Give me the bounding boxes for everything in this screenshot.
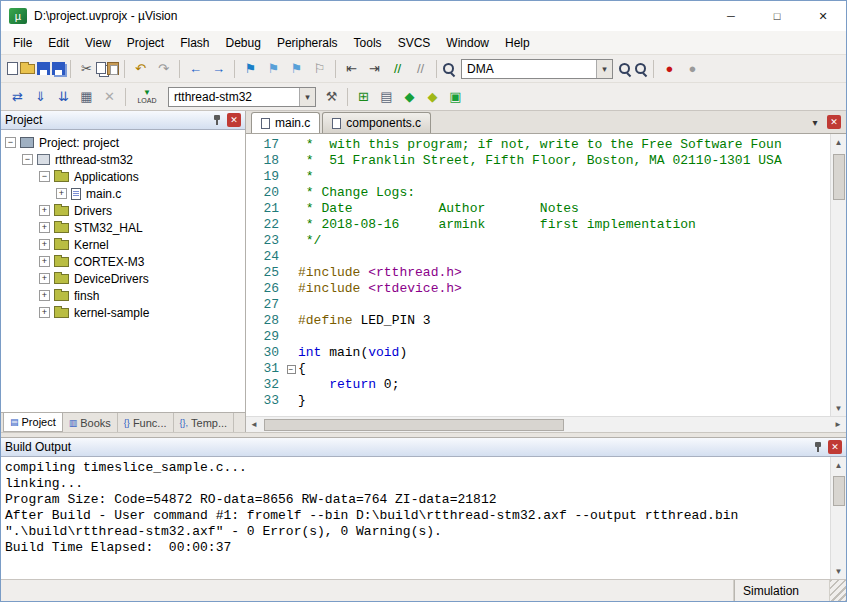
uncomment-selection-icon[interactable]: //	[410, 58, 431, 79]
cut-icon[interactable]: ✂	[76, 58, 97, 79]
unindent-icon[interactable]: ⇤	[341, 58, 362, 79]
undo-icon[interactable]: ↶	[130, 58, 151, 79]
scroll-left-icon[interactable]: ◄	[246, 417, 262, 433]
scroll-up-icon[interactable]: ▲	[831, 134, 847, 150]
panel-tab-func[interactable]: {}Func...	[118, 413, 174, 432]
save-icon[interactable]	[37, 62, 50, 75]
tree-item-drivers[interactable]: +Drivers	[1, 202, 245, 219]
code-line-32[interactable]: 32 return 0;	[246, 377, 830, 393]
code-line-25[interactable]: 25#include <rtthread.h>	[246, 265, 830, 281]
tree-item-stm32-hal[interactable]: +STM32_HAL	[1, 219, 245, 236]
build-output-close-button[interactable]: ✕	[828, 440, 842, 454]
new-file-icon[interactable]	[7, 62, 18, 75]
expand-icon[interactable]: +	[39, 290, 50, 301]
insert-breakpoint-icon[interactable]: ●	[659, 58, 680, 79]
stop-build-icon[interactable]: ✕	[99, 86, 120, 107]
code-line-24[interactable]: 24	[246, 249, 830, 265]
panel-tab-project[interactable]: ▤Project	[3, 413, 63, 432]
editor-hscrollbar[interactable]: ◄ ►	[246, 416, 846, 432]
redo-icon[interactable]: ↷	[153, 58, 174, 79]
batch-build-icon[interactable]: ▦	[76, 86, 97, 107]
expand-icon[interactable]: +	[39, 205, 50, 216]
vscroll-thumb[interactable]	[833, 476, 845, 506]
tab-components-c[interactable]: components.c	[322, 112, 431, 133]
scroll-right-icon[interactable]: ►	[830, 417, 846, 433]
tree-item-main-c[interactable]: +main.c	[1, 185, 245, 202]
code-line-27[interactable]: 27	[246, 297, 830, 313]
code-lines[interactable]: 17 * with this program; if not, write to…	[246, 134, 830, 416]
code-line-29[interactable]: 29	[246, 329, 830, 345]
resize-grip[interactable]	[830, 580, 846, 601]
file-extensions-icon[interactable]: ▤	[376, 86, 397, 107]
output-vscrollbar[interactable]: ▲ ▼	[830, 457, 846, 579]
menu-help[interactable]: Help	[497, 33, 538, 53]
indent-icon[interactable]: ⇥	[364, 58, 385, 79]
code-line-20[interactable]: 20 * Change Logs:	[246, 185, 830, 201]
expand-icon[interactable]: +	[39, 273, 50, 284]
copy-icon[interactable]	[96, 62, 106, 74]
expand-icon[interactable]: +	[39, 307, 50, 318]
code-line-18[interactable]: 18 * 51 Franklin Street, Fifth Floor, Bo…	[246, 153, 830, 169]
code-line-22[interactable]: 22 * 2018-08-16 armink first implementat…	[246, 217, 830, 233]
dropdown-arrow-icon[interactable]: ▾	[596, 60, 612, 78]
scroll-down-icon[interactable]: ▼	[831, 563, 847, 579]
code-line-26[interactable]: 26#include <rtdevice.h>	[246, 281, 830, 297]
minimize-button[interactable]: ─	[708, 1, 754, 31]
menu-debug[interactable]: Debug	[218, 33, 269, 53]
bookmark-icon[interactable]: ⚑	[240, 58, 261, 79]
tree-item-devicedrivers[interactable]: +DeviceDrivers	[1, 270, 245, 287]
comment-selection-icon[interactable]: //	[387, 58, 408, 79]
close-button[interactable]: ✕	[800, 1, 846, 31]
collapse-icon[interactable]: −	[22, 154, 33, 165]
next-bookmark-icon[interactable]: ⚑	[286, 58, 307, 79]
expand-icon[interactable]: +	[56, 188, 67, 199]
dropdown-arrow-icon[interactable]: ▾	[299, 88, 315, 106]
chevron-down-icon[interactable]: ▾	[808, 115, 822, 129]
menu-project[interactable]: Project	[119, 33, 172, 53]
menu-peripherals[interactable]: Peripherals	[269, 33, 346, 53]
navigate-forward-icon[interactable]: →	[208, 58, 229, 79]
previous-bookmark-icon[interactable]: ⚑	[263, 58, 284, 79]
expand-icon[interactable]: +	[39, 239, 50, 250]
build-output-text[interactable]: compiling timeslice_sample.c...linking..…	[1, 457, 830, 579]
load-button[interactable]: ▼LOAD	[133, 85, 161, 109]
menu-edit[interactable]: Edit	[40, 33, 77, 53]
expand-icon[interactable]: +	[39, 256, 50, 267]
tab-main-c[interactable]: main.c	[251, 112, 320, 133]
find-icon[interactable]	[618, 62, 632, 76]
menu-svcs[interactable]: SVCS	[390, 33, 439, 53]
code-line-30[interactable]: 30int main(void)	[246, 345, 830, 361]
vscroll-thumb[interactable]	[833, 154, 845, 200]
hscroll-thumb[interactable]	[264, 419, 564, 431]
editor-vscrollbar[interactable]: ▲ ▼	[830, 134, 846, 416]
project-panel-close-button[interactable]: ✕	[227, 113, 241, 127]
tree-item-kernel[interactable]: +Kernel	[1, 236, 245, 253]
collapse-icon[interactable]: −	[5, 137, 16, 148]
code-line-23[interactable]: 23 */	[246, 233, 830, 249]
tree-item-kernel-sample[interactable]: +kernel-sample	[1, 304, 245, 321]
tree-item-project-project[interactable]: −Project: project	[1, 134, 245, 151]
editor-close-button[interactable]: ✕	[827, 115, 841, 129]
code-line-17[interactable]: 17 * with this program; if not, write to…	[246, 137, 830, 153]
panel-tab-temp[interactable]: {},Temp...	[174, 413, 235, 432]
clear-bookmarks-icon[interactable]: ⚐	[309, 58, 330, 79]
manage-rte-icon[interactable]: ◆	[399, 86, 420, 107]
expand-icon[interactable]: +	[39, 222, 50, 233]
target-select[interactable]: rtthread-stm32▾	[168, 87, 316, 107]
code-line-28[interactable]: 28#define LED_PIN 3	[246, 313, 830, 329]
menu-view[interactable]: View	[77, 33, 119, 53]
open-file-icon[interactable]	[20, 64, 35, 74]
code-line-21[interactable]: 21 * Date Author Notes	[246, 201, 830, 217]
tree-item-cortex-m3[interactable]: +CORTEX-M3	[1, 253, 245, 270]
translate-file-icon[interactable]: ⇄	[7, 86, 28, 107]
tree-item-rtthread-stm32[interactable]: −rtthread-stm32	[1, 151, 245, 168]
find-combo[interactable]: DMA▾	[461, 59, 613, 79]
code-line-31[interactable]: 31−{	[246, 361, 830, 377]
menu-flash[interactable]: Flash	[172, 33, 217, 53]
find-in-files-icon[interactable]	[442, 62, 456, 76]
menu-window[interactable]: Window	[438, 33, 497, 53]
code-line-19[interactable]: 19 *	[246, 169, 830, 185]
title-bar[interactable]: µ D:\project.uvprojx - µVision ─ □ ✕	[1, 1, 846, 31]
pack-installer-icon[interactable]: ▣	[445, 86, 466, 107]
tree-item-applications[interactable]: −Applications	[1, 168, 245, 185]
